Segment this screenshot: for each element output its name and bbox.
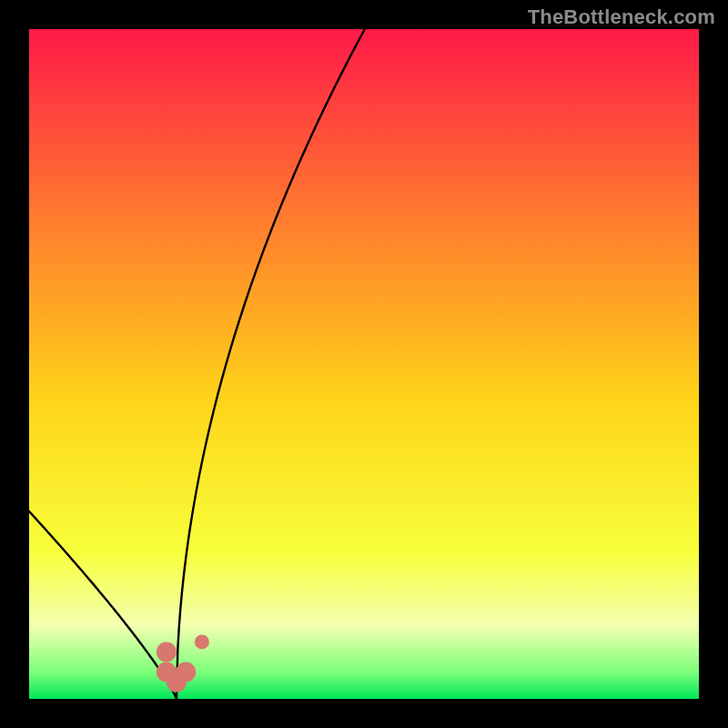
marker-right-lower bbox=[176, 662, 196, 682]
outer-frame: TheBottleneck.com bbox=[0, 0, 728, 728]
watermark-text: TheBottleneck.com bbox=[528, 5, 715, 29]
marker-right-dot bbox=[195, 634, 209, 649]
chart-svg bbox=[29, 29, 699, 699]
marker-left-upper bbox=[157, 642, 177, 662]
bottleneck-curve bbox=[29, 29, 699, 699]
markers-group bbox=[157, 634, 209, 692]
plot-area bbox=[29, 29, 699, 699]
